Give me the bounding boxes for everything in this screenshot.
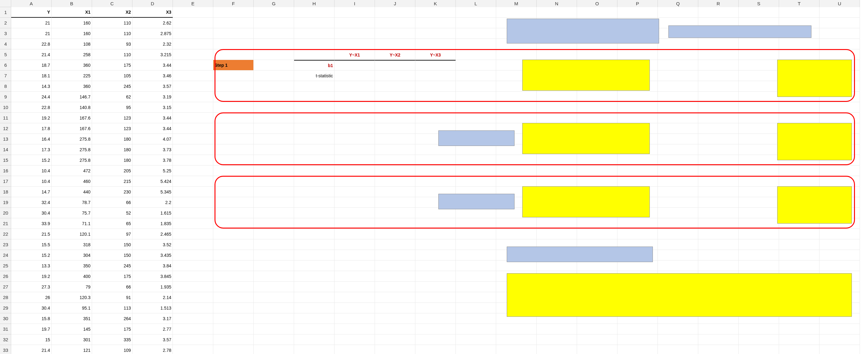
col-header-M[interactable]: M: [496, 0, 536, 7]
cell-S13[interactable]: [739, 134, 779, 144]
cell-B13[interactable]: 275.8: [52, 134, 92, 144]
cell-F22[interactable]: [213, 229, 254, 239]
cell-Q25[interactable]: [658, 260, 698, 271]
cell-O33[interactable]: [577, 345, 617, 354]
cell-P25[interactable]: [617, 260, 658, 271]
cell-B20[interactable]: 75.7: [52, 208, 92, 218]
cell-M17[interactable]: [496, 176, 536, 187]
cell-B7[interactable]: 225: [52, 70, 92, 81]
cell-C27[interactable]: 66: [92, 282, 132, 292]
cell-G28[interactable]: [254, 292, 294, 303]
cell-Q20[interactable]: [658, 208, 698, 218]
cell-K17[interactable]: [415, 176, 456, 187]
row-header-31[interactable]: 31: [0, 324, 11, 334]
cell-E30[interactable]: [173, 313, 213, 324]
cell-R15[interactable]: [698, 155, 739, 166]
cell-E29[interactable]: [173, 303, 213, 313]
cell-L24[interactable]: [456, 250, 496, 260]
cell-Q14[interactable]: [658, 144, 698, 155]
cell-T22[interactable]: [779, 229, 819, 239]
cell-A29[interactable]: 30.4: [11, 303, 52, 313]
cell-I7[interactable]: [335, 70, 375, 81]
cell-L1[interactable]: [456, 7, 496, 18]
cell-P15[interactable]: [617, 155, 658, 166]
row-header-20[interactable]: 20: [0, 208, 11, 218]
cell-U10[interactable]: [819, 102, 860, 113]
cell-E25[interactable]: [173, 260, 213, 271]
col-header-F[interactable]: F: [213, 0, 254, 7]
cell-R31[interactable]: [698, 324, 739, 334]
cell-S23[interactable]: [739, 239, 779, 250]
cell-F6[interactable]: Step 1: [213, 60, 254, 70]
cell-C17[interactable]: 215: [92, 176, 132, 187]
cell-D29[interactable]: 1.513: [132, 303, 173, 313]
cell-L25[interactable]: [456, 260, 496, 271]
cell-E11[interactable]: [173, 113, 213, 123]
cell-E21[interactable]: [173, 218, 213, 229]
cell-F29[interactable]: [213, 303, 254, 313]
cell-T10[interactable]: [779, 102, 819, 113]
cell-R14[interactable]: [698, 144, 739, 155]
row-header-21[interactable]: 21: [0, 218, 11, 229]
cell-Q5[interactable]: [658, 49, 698, 60]
cell-K2[interactable]: [415, 18, 456, 28]
cell-U4[interactable]: [819, 39, 860, 49]
cell-T11[interactable]: [779, 113, 819, 123]
cell-C11[interactable]: 123: [92, 113, 132, 123]
cell-M15[interactable]: [496, 155, 536, 166]
cell-C22[interactable]: 97: [92, 229, 132, 239]
cell-A26[interactable]: 19.2: [11, 271, 52, 282]
cell-J10[interactable]: [375, 102, 415, 113]
cell-D5[interactable]: 3.215: [132, 49, 173, 60]
cell-H15[interactable]: [294, 155, 335, 166]
cell-I26[interactable]: [335, 271, 375, 282]
cell-C2[interactable]: 110: [92, 18, 132, 28]
cell-F20[interactable]: [213, 208, 254, 218]
cell-G1[interactable]: [254, 7, 294, 18]
cell-E15[interactable]: [173, 155, 213, 166]
cell-F3[interactable]: [213, 28, 254, 39]
cell-H1[interactable]: [294, 7, 335, 18]
cell-P11[interactable]: [617, 113, 658, 123]
cell-S22[interactable]: [739, 229, 779, 239]
cell-E28[interactable]: [173, 292, 213, 303]
col-header-R[interactable]: R: [698, 0, 739, 7]
row-header-2[interactable]: 2: [0, 18, 11, 28]
cell-D19[interactable]: 2.2: [132, 197, 173, 208]
cell-H17[interactable]: [294, 176, 335, 187]
cell-N1[interactable]: [536, 7, 577, 18]
cell-L16[interactable]: [456, 166, 496, 176]
cell-C14[interactable]: 180: [92, 144, 132, 155]
cell-M1[interactable]: [496, 7, 536, 18]
cell-G13[interactable]: [254, 134, 294, 144]
cell-S7[interactable]: [739, 70, 779, 81]
cell-H24[interactable]: [294, 250, 335, 260]
cell-F24[interactable]: [213, 250, 254, 260]
cell-E1[interactable]: [173, 7, 213, 18]
col-header-G[interactable]: G: [254, 0, 294, 7]
cell-K21[interactable]: [415, 218, 456, 229]
cell-S11[interactable]: [739, 113, 779, 123]
col-header-K[interactable]: K: [415, 0, 456, 7]
cell-J12[interactable]: [375, 123, 415, 134]
cell-D30[interactable]: 3.17: [132, 313, 173, 324]
cell-S10[interactable]: [739, 102, 779, 113]
cell-I27[interactable]: [335, 282, 375, 292]
cell-Q13[interactable]: [658, 134, 698, 144]
cell-L20[interactable]: [456, 208, 496, 218]
cell-L17[interactable]: [456, 176, 496, 187]
cell-K24[interactable]: [415, 250, 456, 260]
cell-K26[interactable]: [415, 271, 456, 282]
cell-F10[interactable]: [213, 102, 254, 113]
cell-C3[interactable]: 110: [92, 28, 132, 39]
cell-M9[interactable]: [496, 92, 536, 102]
cell-A6[interactable]: 18.7: [11, 60, 52, 70]
col-header-L[interactable]: L: [456, 0, 496, 7]
cell-D10[interactable]: 3.15: [132, 102, 173, 113]
cell-M32[interactable]: [496, 334, 536, 345]
cell-E26[interactable]: [173, 271, 213, 282]
cell-A7[interactable]: 18.1: [11, 70, 52, 81]
cell-F5[interactable]: [213, 49, 254, 60]
cell-G7[interactable]: [254, 70, 294, 81]
cell-U25[interactable]: [819, 260, 860, 271]
